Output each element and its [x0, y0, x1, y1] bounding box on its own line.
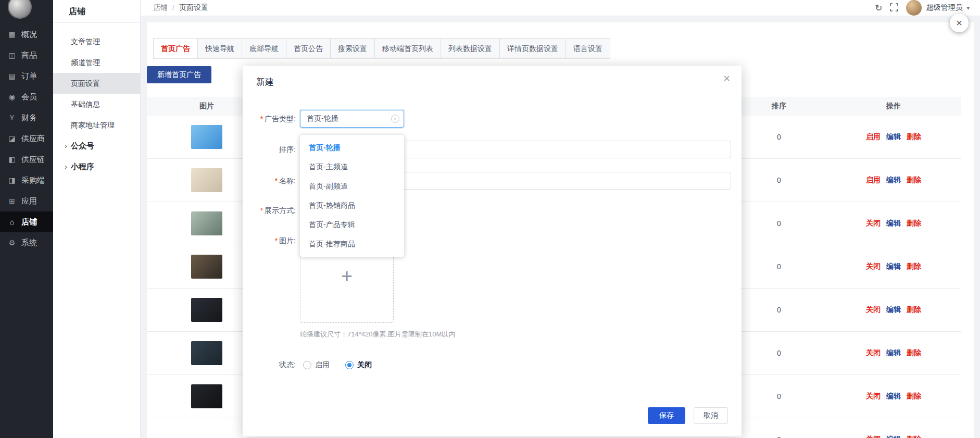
menu-group-mini-program[interactable]: ›小程序: [53, 156, 140, 177]
dropdown-option-sub-channel[interactable]: 首页-副频道: [300, 177, 404, 196]
product-image: [191, 168, 222, 192]
dropdown-option-recommend-goods[interactable]: 首页-推荐商品: [300, 234, 404, 254]
required-mark: *: [275, 236, 278, 245]
sidebar-item-supplier[interactable]: ◪供应商: [0, 128, 53, 149]
sidebar-item-purchasing[interactable]: ◨采购端: [0, 170, 53, 191]
edit-link[interactable]: 编辑: [886, 176, 901, 185]
sidebar-item-label: 店铺: [21, 217, 37, 227]
toggle-link[interactable]: 关闭: [866, 348, 881, 358]
goods-icon: ◫: [7, 51, 17, 59]
dropdown-option-main-channel[interactable]: 首页-主频道: [300, 157, 404, 177]
orders-icon: ▤: [7, 72, 17, 80]
clear-icon[interactable]: ×: [391, 115, 399, 123]
sidebar-item-overview[interactable]: ▦概况: [0, 24, 53, 45]
sidebar-item-members[interactable]: ◉会员: [0, 86, 53, 107]
sidebar-item-finance[interactable]: ¥财务: [0, 107, 53, 128]
tab-detail-data-settings[interactable]: 详情页数据设置: [499, 38, 566, 59]
sort-value: 0: [732, 392, 826, 401]
tab-search-settings[interactable]: 搜索设置: [330, 38, 375, 59]
tab-home-ads[interactable]: 首页广告: [153, 38, 198, 59]
dropdown-option-hot-goods[interactable]: 首页-热销商品: [300, 196, 404, 215]
delete-link[interactable]: 删除: [907, 348, 921, 358]
tab-home-notice[interactable]: 首页公告: [286, 38, 331, 59]
sidebar-item-supply-chain[interactable]: ◧供应链: [0, 149, 53, 170]
status-radio-enable[interactable]: 启用: [303, 360, 330, 370]
delete-link[interactable]: 删除: [907, 219, 921, 228]
fullscreen-icon[interactable]: [890, 3, 898, 13]
edit-link[interactable]: 编辑: [886, 219, 901, 228]
secondary-menu: 文章管理 频道管理 页面设置 基础信息 商家地址管理 ›公众号 ›小程序: [53, 23, 140, 177]
edit-link[interactable]: 编辑: [886, 132, 901, 142]
chevron-down-icon: ▾: [966, 5, 970, 11]
tab-quick-nav[interactable]: 快速导航: [197, 38, 242, 59]
toggle-link[interactable]: 关闭: [866, 392, 881, 401]
edit-link[interactable]: 编辑: [886, 435, 901, 438]
radio-label: 关闭: [357, 360, 372, 370]
breadcrumb-root[interactable]: 店铺: [153, 3, 168, 12]
menu-group-official-account[interactable]: ›公众号: [53, 135, 140, 156]
delete-link[interactable]: 删除: [907, 435, 921, 438]
sidebar-item-apps[interactable]: ⊞应用: [0, 191, 53, 211]
edit-link[interactable]: 编辑: [886, 348, 901, 358]
sidebar-item-label: 系统: [21, 238, 37, 248]
sort-value: 0: [732, 262, 826, 271]
sidebar-item-label: 会员: [21, 92, 37, 102]
tab-mobile-home-list[interactable]: 移动端首页列表: [374, 38, 441, 59]
modal-footer: 保存 取消: [648, 407, 728, 424]
menu-item-merchant-address[interactable]: 商家地址管理: [53, 115, 140, 135]
delete-link[interactable]: 删除: [907, 305, 921, 315]
sidebar-item-orders[interactable]: ▤订单: [0, 66, 53, 86]
status-row: 状态: 启用 关闭: [243, 358, 372, 372]
refresh-icon[interactable]: ↻: [875, 4, 882, 12]
supply-chain-icon: ◧: [7, 155, 17, 164]
toggle-link[interactable]: 关闭: [866, 305, 881, 315]
ad-type-value: 首页-轮播: [307, 114, 338, 123]
edit-link[interactable]: 编辑: [886, 392, 901, 401]
tab-language-settings[interactable]: 语言设置: [566, 38, 610, 59]
product-image: [191, 341, 222, 365]
delete-link[interactable]: 删除: [907, 176, 921, 185]
toggle-link[interactable]: 关闭: [866, 262, 881, 271]
sort-value: 0: [732, 306, 826, 314]
sort-value: 0: [732, 176, 826, 184]
page-close-button[interactable]: ×: [950, 14, 969, 32]
edit-link[interactable]: 编辑: [886, 262, 901, 271]
menu-group-label: 小程序: [71, 156, 94, 177]
ad-type-select[interactable]: 首页-轮播 ×: [300, 110, 404, 128]
status-radio-disable[interactable]: 关闭: [345, 360, 372, 370]
modal-close-icon[interactable]: ×: [723, 73, 730, 84]
delete-link[interactable]: 删除: [907, 132, 921, 142]
sort-value: 0: [732, 349, 826, 357]
image-label: *图片:: [243, 232, 296, 249]
tab-bottom-nav[interactable]: 底部导航: [242, 38, 286, 59]
tab-list-data-settings[interactable]: 列表数据设置: [441, 38, 500, 59]
ad-type-label: *广告类型:: [243, 110, 296, 128]
display-mode-label: *展示方式:: [243, 202, 296, 219]
toggle-link[interactable]: 启用: [866, 132, 881, 142]
toggle-link[interactable]: 关闭: [866, 219, 881, 228]
menu-item-article-mgmt[interactable]: 文章管理: [53, 31, 140, 52]
cancel-button[interactable]: 取消: [694, 407, 728, 424]
delete-link[interactable]: 删除: [907, 262, 921, 271]
sidebar-item-shop[interactable]: ⌂店铺: [0, 211, 53, 232]
purchasing-icon: ◨: [7, 176, 17, 184]
add-home-ad-button[interactable]: 新增首页广告: [147, 66, 211, 83]
menu-item-channel-mgmt[interactable]: 频道管理: [53, 52, 140, 73]
dropdown-option-carousel[interactable]: 首页-轮播: [300, 138, 404, 157]
dropdown-option-product-album[interactable]: 首页-产品专辑: [300, 215, 404, 234]
top-bar: 店铺 / 页面设置 ↻ 超级管理员 ▾: [141, 0, 980, 16]
toggle-link[interactable]: 启用: [866, 176, 881, 185]
menu-item-page-settings[interactable]: 页面设置: [53, 73, 140, 94]
plus-icon: +: [341, 265, 353, 287]
delete-link[interactable]: 删除: [907, 392, 921, 401]
menu-item-basic-info[interactable]: 基础信息: [53, 94, 140, 115]
product-image: [191, 125, 222, 149]
save-button[interactable]: 保存: [648, 407, 685, 424]
edit-link[interactable]: 编辑: [886, 305, 901, 315]
toggle-link[interactable]: 关闭: [866, 435, 881, 438]
primary-menu: ▦概况 ◫商品 ▤订单 ◉会员 ¥财务 ◪供应商 ◧供应链 ◨采购端 ⊞应用 ⌂…: [0, 0, 53, 253]
sidebar-item-system[interactable]: ⚙系统: [0, 232, 53, 253]
close-icon: ×: [956, 17, 962, 29]
sidebar-item-goods[interactable]: ◫商品: [0, 45, 53, 66]
sort-value: 0: [732, 133, 826, 141]
